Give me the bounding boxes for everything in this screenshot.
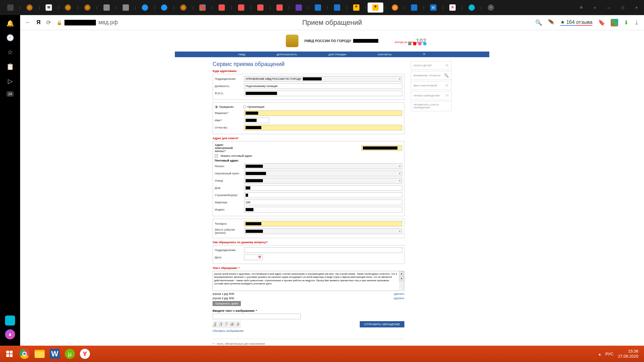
input-email[interactable] [361, 145, 402, 151]
tab-4[interactable] [60, 3, 76, 13]
input-fio[interactable] [244, 90, 402, 96]
bookmarks-icon[interactable]: ☆ [6, 48, 14, 57]
tabs-overview-icon[interactable]: ⧉ [576, 3, 586, 13]
tab-mail2[interactable] [329, 3, 345, 13]
tab-7[interactable] [118, 3, 134, 13]
delete-file-1[interactable]: удалить [394, 292, 404, 295]
input-naspunkt[interactable] [244, 171, 402, 176]
tab-wiki[interactable]: W [41, 3, 57, 13]
input-podrazd2[interactable] [244, 247, 402, 253]
input-dolzh[interactable]: Подполковнику полиции [244, 83, 402, 89]
taskbar-explorer[interactable] [32, 346, 47, 361]
tab-mail1[interactable] [310, 3, 326, 13]
new-tab-button[interactable]: + [483, 3, 499, 13]
input-index[interactable] [244, 207, 402, 212]
social-tw-icon[interactable] [423, 42, 426, 45]
nav-search-icon[interactable]: 🔍 [423, 53, 426, 56]
nav-contacts[interactable]: КОНТАКТЫ [378, 53, 391, 56]
side-link-appeals[interactable]: ПРИЕМ ОБРАЩЕНИЙ✉ [411, 91, 452, 100]
tab-pocket3[interactable] [253, 3, 268, 13]
chk-postal[interactable]: Указать почтовый адрес [215, 154, 253, 157]
start-button[interactable] [2, 346, 17, 361]
social-vk-icon[interactable] [408, 42, 411, 45]
minimize-button[interactable]: — [604, 3, 614, 13]
taskbar-chrome[interactable] [17, 346, 32, 361]
address-bar[interactable]: 🔒 мвд.рф [57, 19, 118, 26]
input-kvartira[interactable]: 189 [244, 200, 402, 205]
side-link-children[interactable]: ПОИСК ДЕТЕЙ⚙ [411, 61, 452, 70]
tab-mvd1[interactable]: ◆ [348, 3, 364, 13]
scroll-track[interactable] [399, 281, 404, 290]
tab-globe[interactable] [464, 3, 480, 13]
tab-9[interactable] [156, 3, 172, 13]
tab-yandex[interactable]: Я [445, 3, 460, 13]
search-icon[interactable]: 🔍 [535, 19, 542, 26]
tray-lang[interactable]: РУС [605, 352, 613, 356]
side-link-status[interactable]: ПРОВЕРИТЬ СТАТУС ОБРАЩЕНИЯ [411, 101, 452, 111]
input-captcha[interactable] [213, 314, 301, 319]
social-yt-icon[interactable] [413, 42, 416, 45]
date-badge[interactable]: 24 [6, 91, 14, 97]
tab-6[interactable] [99, 3, 114, 13]
input-imya[interactable] [244, 118, 269, 123]
side-link-officer[interactable]: ВАШ УЧАСТКОВЫЙ⚙ [411, 81, 452, 90]
close-button[interactable]: ✕ [631, 3, 641, 13]
nav-citizens[interactable]: ДЛЯ ГРАЖДАН [329, 53, 347, 56]
tab-8[interactable] [137, 3, 153, 13]
radio-citizen[interactable]: Гражданин [215, 105, 234, 108]
media-icon[interactable]: ▷ [6, 77, 14, 85]
input-stroenie[interactable] [244, 192, 402, 198]
tab-files[interactable] [3, 3, 18, 13]
extension-icon[interactable] [611, 19, 618, 26]
taskbar-word[interactable]: W [47, 346, 62, 361]
taskbar-yandex[interactable]: Y [77, 346, 92, 361]
tab-pocket2[interactable] [233, 3, 249, 13]
tab-star[interactable] [291, 3, 307, 13]
input-mesto[interactable] [244, 228, 402, 234]
bookmark-icon[interactable]: 🔖 [598, 19, 605, 26]
alice-icon[interactable] [5, 329, 15, 339]
radio-org[interactable]: Организация [243, 105, 264, 108]
input-data[interactable]: 📅 [244, 255, 263, 260]
tab-5[interactable] [80, 3, 95, 13]
tab-orange[interactable] [387, 3, 403, 13]
taskbar-utorrent[interactable]: µ [62, 346, 77, 361]
input-fam[interactable] [244, 110, 402, 116]
tab-10[interactable] [175, 3, 191, 13]
download-arrow-icon[interactable]: ⤓ [634, 19, 639, 26]
tab-pocket4[interactable] [272, 3, 287, 13]
input-textarea[interactable] [213, 271, 399, 290]
nav-activity[interactable]: ДЕЯТЕЛЬНОСТЬ [277, 53, 297, 56]
tab-gmail[interactable]: М [425, 3, 441, 13]
tab-mvd-active[interactable]: ◆ [368, 3, 383, 13]
submit-button[interactable]: ОТПРАВИТЬ ОБРАЩЕНИЕ [360, 321, 404, 327]
tab-2[interactable] [22, 3, 37, 13]
yandex-home-icon[interactable]: Я [36, 19, 41, 26]
downloads-icon[interactable]: ⬇ [624, 19, 629, 26]
tab-pocket1[interactable] [214, 3, 230, 13]
nav-umvd[interactable]: УМВД [238, 53, 245, 56]
input-dom[interactable] [244, 185, 402, 191]
input-otch[interactable] [244, 125, 402, 130]
tray-clock[interactable]: 15:3627.08.2020 [618, 349, 638, 359]
maximize-button[interactable]: ▢ [618, 3, 628, 13]
collections-icon[interactable]: 📋 [6, 62, 14, 71]
social-ig-icon[interactable] [418, 42, 421, 45]
reload-button[interactable]: ⟳ [46, 19, 51, 26]
reviews-badge[interactable]: ★ 164 отзыва [560, 19, 592, 26]
input-region[interactable] [244, 163, 402, 169]
delete-file-2[interactable]: удалить [394, 297, 404, 300]
menu-icon[interactable]: ≡ [590, 3, 600, 13]
input-ulica[interactable] [244, 178, 402, 184]
tray-arrow-icon[interactable]: ▴ [599, 352, 601, 356]
rocket-icon[interactable]: 🪶 [548, 19, 555, 26]
history-icon[interactable]: 🕘 [6, 33, 14, 42]
scroll-down-button[interactable]: ▾ [399, 276, 404, 281]
refresh-captcha-link[interactable]: Обновить изображение [213, 329, 244, 332]
attach-file-button[interactable]: Прикрепить файл [213, 301, 241, 306]
skyeng-icon[interactable] [5, 315, 15, 326]
input-podrazd[interactable]: УПРАВЛЕНИЕ МВД РОССИИ ПО ГОРОДУ [244, 76, 402, 82]
tab-blue[interactable] [406, 3, 422, 13]
side-link-wanted[interactable]: ВНИМАНИЕ, РОЗЫСК!🔍 [411, 71, 452, 80]
back-button[interactable]: ← [25, 19, 31, 26]
